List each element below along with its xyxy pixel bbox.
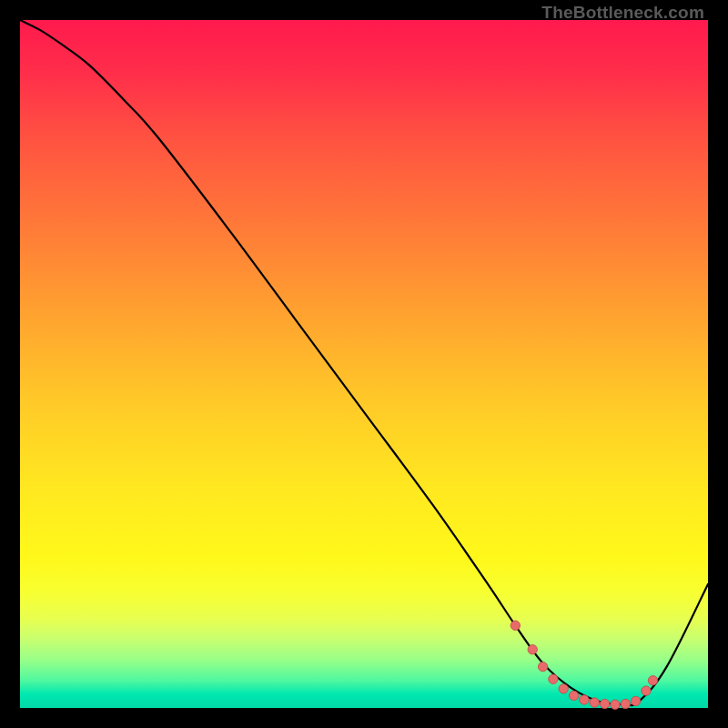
- highlight-point: [631, 696, 640, 705]
- highlight-point: [590, 698, 599, 707]
- highlight-point: [621, 699, 630, 708]
- chart-curve: [20, 20, 708, 705]
- highlight-point: [580, 695, 589, 704]
- curve-path: [20, 20, 708, 705]
- highlight-point: [642, 686, 651, 695]
- highlight-point: [511, 621, 520, 630]
- watermark-label: TheBottleneck.com: [541, 4, 704, 21]
- highlight-point: [569, 691, 578, 700]
- chart-points: [511, 621, 658, 709]
- highlight-point: [600, 699, 609, 708]
- chart-svg: [20, 20, 708, 708]
- highlight-point: [549, 674, 558, 683]
- highlight-point: [611, 700, 620, 709]
- highlight-point: [648, 676, 657, 685]
- highlight-point: [538, 662, 547, 671]
- highlight-point: [559, 684, 568, 693]
- highlight-point: [528, 645, 537, 654]
